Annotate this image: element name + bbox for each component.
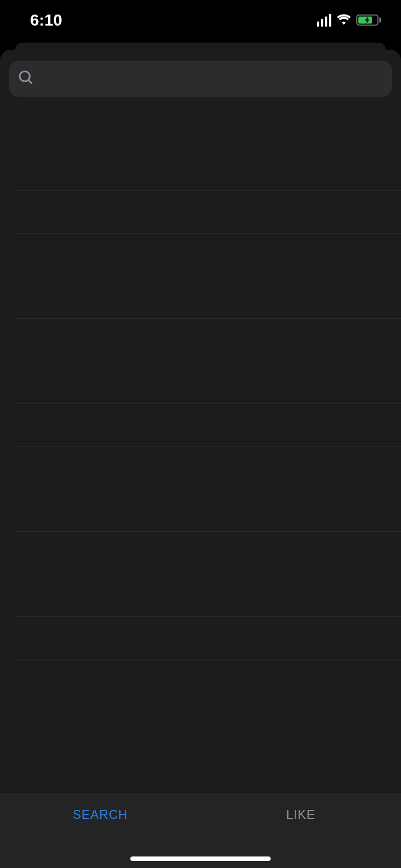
status-bar: 6:10 (0, 0, 401, 40)
list-item[interactable] (14, 532, 401, 574)
status-icons (317, 13, 381, 27)
wifi-icon (336, 13, 351, 27)
search-container (0, 50, 401, 106)
list-item[interactable] (14, 234, 401, 276)
search-icon (18, 70, 34, 88)
main-sheet: SEARCH LIKE (0, 50, 401, 868)
status-time: 6:10 (30, 11, 62, 30)
list-item[interactable] (14, 276, 401, 319)
svg-point-0 (20, 71, 30, 81)
list-item[interactable] (14, 148, 401, 191)
list-item[interactable] (14, 447, 401, 489)
list-item[interactable] (14, 191, 401, 234)
svg-line-1 (29, 80, 32, 84)
list-item[interactable] (14, 660, 401, 702)
results-list (0, 106, 401, 793)
list-item[interactable] (14, 404, 401, 447)
battery-icon (356, 15, 381, 26)
list-item[interactable] (14, 361, 401, 404)
sheet-stack-background (15, 43, 386, 50)
list-item[interactable] (14, 574, 401, 617)
tab-search-label: SEARCH (73, 807, 128, 822)
list-item[interactable] (14, 489, 401, 532)
list-item[interactable] (14, 319, 401, 361)
home-indicator[interactable] (130, 856, 271, 861)
cellular-signal-icon (317, 14, 331, 27)
list-item[interactable] (14, 617, 401, 660)
list-item[interactable] (14, 106, 401, 148)
search-input[interactable] (9, 61, 392, 97)
tab-like-label: LIKE (286, 807, 315, 822)
